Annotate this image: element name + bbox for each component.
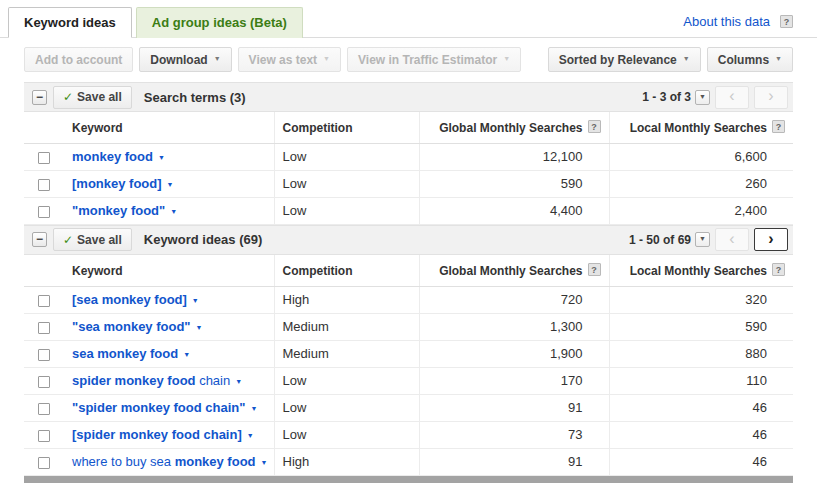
column-header-label: Keyword bbox=[72, 121, 123, 135]
prev-arrow-icon: ‹ bbox=[729, 88, 734, 104]
tab-ad-group-ideas-beta[interactable]: Ad group ideas (Beta) bbox=[136, 7, 303, 38]
keyword-link[interactable]: [sea monkey food]▼ bbox=[72, 292, 199, 307]
keyword-link[interactable]: [monkey food]▼ bbox=[72, 176, 174, 191]
save-all-button[interactable]: ✓ Save all bbox=[53, 228, 132, 251]
section-title: Search terms (3) bbox=[144, 90, 246, 105]
local-searches-cell: 590 bbox=[609, 313, 793, 340]
table-row: "sea monkey food"▼Medium1,300590 bbox=[24, 313, 793, 340]
check-icon: ✓ bbox=[63, 90, 73, 104]
keyword-text: "spider monkey food chain" bbox=[72, 400, 245, 415]
keyword-cell: "spider monkey food chain"▼ bbox=[64, 394, 274, 421]
help-icon[interactable]: ? bbox=[772, 120, 785, 133]
table-row: monkey food▼Low12,1006,600 bbox=[24, 143, 793, 170]
download-button[interactable]: Download▼ bbox=[139, 47, 231, 72]
check-icon: ✓ bbox=[63, 233, 73, 247]
dropdown-caret-icon: ▼ bbox=[683, 55, 690, 62]
keyword-dropdown-icon: ▼ bbox=[170, 208, 177, 215]
bottom-strip bbox=[24, 476, 793, 483]
collapse-icon[interactable]: − bbox=[32, 232, 47, 247]
keyword-text: chain bbox=[196, 373, 231, 388]
row-checkbox[interactable] bbox=[38, 349, 50, 361]
local-searches-cell: 46 bbox=[609, 448, 793, 475]
prev-page-button: ‹ bbox=[715, 86, 749, 109]
column-header-label: Global Monthly Searches bbox=[439, 264, 582, 278]
next-page-button[interactable]: › bbox=[754, 228, 788, 251]
global-searches-cell: 1,900 bbox=[419, 340, 609, 367]
row-checkbox[interactable] bbox=[38, 152, 50, 164]
dropdown-caret-icon: ▼ bbox=[214, 55, 221, 62]
table-row: [monkey food]▼Low590260 bbox=[24, 170, 793, 197]
column-header-global-monthly-searches[interactable]: Global Monthly Searches? bbox=[419, 255, 609, 286]
next-arrow-icon: › bbox=[768, 88, 773, 104]
keyword-cell: monkey food▼ bbox=[64, 143, 274, 170]
section-header-bar: − ✓ Save all Keyword ideas (69) 1 - 50 o… bbox=[24, 225, 793, 255]
keyword-cell: sea monkey food▼ bbox=[64, 340, 274, 367]
collapse-icon[interactable]: − bbox=[32, 90, 47, 105]
help-icon[interactable]: ? bbox=[780, 15, 793, 28]
keyword-link[interactable]: sea monkey food▼ bbox=[72, 346, 190, 361]
help-icon[interactable]: ? bbox=[588, 120, 601, 133]
view-in-traffic-estimator-button: View in Traffic Estimator▼ bbox=[347, 47, 521, 72]
keyword-text: [spider monkey food chain] bbox=[72, 427, 242, 442]
save-all-button[interactable]: ✓ Save all bbox=[53, 86, 132, 109]
keyword-cell: "monkey food"▼ bbox=[64, 197, 274, 224]
column-header-competition[interactable]: Competition bbox=[274, 112, 419, 143]
keyword-link[interactable]: "spider monkey food chain"▼ bbox=[72, 400, 257, 415]
tab-keyword-ideas[interactable]: Keyword ideas bbox=[8, 7, 132, 38]
column-header-keyword[interactable]: Keyword bbox=[64, 112, 274, 143]
columns-button[interactable]: Columns▼ bbox=[707, 47, 793, 72]
keyword-link[interactable]: "sea monkey food"▼ bbox=[72, 319, 202, 334]
competition-cell: Low bbox=[274, 421, 419, 448]
pagination-dropdown[interactable]: ▼ bbox=[695, 90, 710, 105]
about-this-data: About this data ? bbox=[683, 14, 793, 37]
row-checkbox[interactable] bbox=[38, 179, 50, 191]
row-checkbox[interactable] bbox=[38, 430, 50, 442]
keyword-link[interactable]: [spider monkey food chain]▼ bbox=[72, 427, 254, 442]
keyword-link[interactable]: "monkey food"▼ bbox=[72, 203, 177, 218]
checkbox-cell bbox=[24, 197, 64, 224]
competition-cell: Low bbox=[274, 143, 419, 170]
column-header-local-monthly-searches[interactable]: Local Monthly Searches? bbox=[609, 255, 793, 286]
dropdown-caret-icon: ▼ bbox=[775, 55, 782, 62]
keyword-link[interactable]: spider monkey food chain▼ bbox=[72, 373, 242, 388]
row-checkbox[interactable] bbox=[38, 403, 50, 415]
column-header-local-monthly-searches[interactable]: Local Monthly Searches? bbox=[609, 112, 793, 143]
competition-cell: Low bbox=[274, 367, 419, 394]
about-this-data-link[interactable]: About this data bbox=[683, 14, 770, 29]
row-checkbox[interactable] bbox=[38, 322, 50, 334]
button-label: Sorted by Relevance bbox=[559, 53, 677, 67]
local-searches-cell: 320 bbox=[609, 286, 793, 313]
help-icon[interactable]: ? bbox=[588, 263, 601, 276]
row-checkbox[interactable] bbox=[38, 376, 50, 388]
row-checkbox[interactable] bbox=[38, 457, 50, 469]
save-all-label: Save all bbox=[77, 90, 122, 104]
sorted-by-relevance-button[interactable]: Sorted by Relevance▼ bbox=[548, 47, 701, 72]
section: − ✓ Save all Keyword ideas (69) 1 - 50 o… bbox=[24, 225, 793, 476]
chevron-down-icon: ▼ bbox=[699, 235, 706, 242]
keyword-dropdown-icon: ▼ bbox=[250, 405, 257, 412]
checkbox-cell bbox=[24, 143, 64, 170]
checkbox-cell bbox=[24, 170, 64, 197]
competition-cell: Low bbox=[274, 170, 419, 197]
column-header-competition[interactable]: Competition bbox=[274, 255, 419, 286]
keyword-cell: [monkey food]▼ bbox=[64, 170, 274, 197]
pagination-dropdown[interactable]: ▼ bbox=[695, 232, 710, 247]
global-searches-cell: 1,300 bbox=[419, 313, 609, 340]
keyword-text: spider monkey food bbox=[72, 373, 196, 388]
keyword-text: monkey food bbox=[175, 454, 256, 469]
keyword-dropdown-icon: ▼ bbox=[192, 297, 199, 304]
help-icon[interactable]: ? bbox=[772, 263, 785, 276]
button-label: View as text bbox=[249, 53, 317, 67]
keyword-cell: spider monkey food chain▼ bbox=[64, 367, 274, 394]
keyword-tool-page: Keyword ideasAd group ideas (Beta) About… bbox=[0, 0, 817, 483]
pagination-range: 1 - 3 of 3 bbox=[642, 90, 691, 104]
checkbox-column-header bbox=[24, 112, 64, 143]
keyword-link[interactable]: monkey food▼ bbox=[72, 149, 165, 164]
keyword-link[interactable]: where to buy sea monkey food▼ bbox=[72, 454, 267, 469]
tab-bar: Keyword ideasAd group ideas (Beta) About… bbox=[0, 0, 817, 38]
column-header-keyword[interactable]: Keyword bbox=[64, 255, 274, 286]
column-header-global-monthly-searches[interactable]: Global Monthly Searches? bbox=[419, 112, 609, 143]
row-checkbox[interactable] bbox=[38, 295, 50, 307]
row-checkbox[interactable] bbox=[38, 206, 50, 218]
table-row: spider monkey food chain▼Low170110 bbox=[24, 367, 793, 394]
